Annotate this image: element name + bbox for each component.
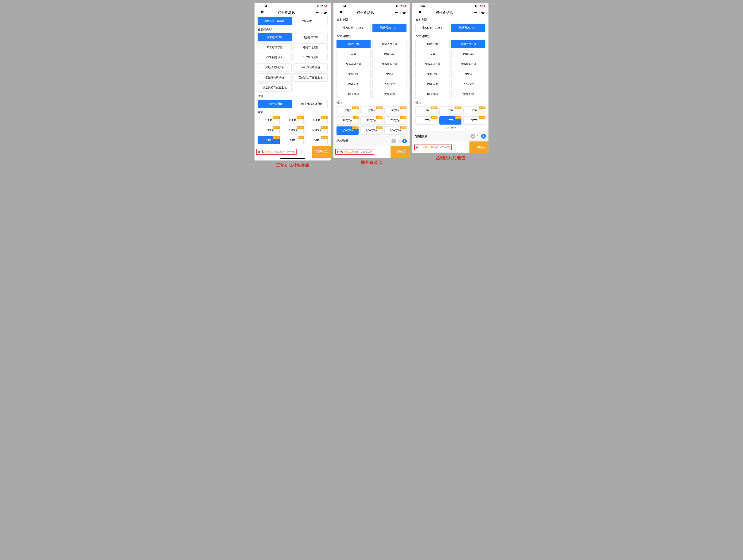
spec-option[interactable]: 2,000万次6.6折 xyxy=(360,127,383,135)
package-option[interactable]: 外网下行流量 xyxy=(294,43,327,51)
spec-option[interactable]: 100GB6.4折 xyxy=(258,126,279,134)
package-option[interactable]: 流量 xyxy=(416,50,449,58)
package-option[interactable]: 盲水印 xyxy=(451,70,485,78)
package-option[interactable]: 内容审核 xyxy=(373,50,406,58)
region-option[interactable]: 中国大陆通用 xyxy=(258,100,292,108)
discount-tag: 7.3折 xyxy=(352,106,358,109)
package-option[interactable]: 内容识别 xyxy=(416,80,449,88)
spec-option[interactable]: 10万次7.3折 xyxy=(337,106,358,115)
qty-minus-button[interactable]: – xyxy=(391,139,396,143)
spec-option[interactable]: 1,000万次6.7折 xyxy=(337,127,358,135)
spec-label: 规格 xyxy=(337,101,406,105)
buy-button[interactable]: 立即购买 xyxy=(312,146,331,158)
package-option[interactable]: 流量 xyxy=(337,50,370,58)
close-miniapp-icon[interactable] xyxy=(323,11,326,14)
spec-option[interactable]: 1TB8.9折 xyxy=(416,106,438,115)
spec-option[interactable]: 200GB6.3折 xyxy=(281,126,304,134)
qty-minus-button[interactable]: – xyxy=(470,134,475,139)
spec-option[interactable]: 50TB8.4折 xyxy=(464,116,485,125)
spec-option[interactable]: 5TB5.9折 xyxy=(305,136,327,144)
package-option[interactable]: 深度归档存储容量包 xyxy=(258,84,292,92)
miniapp-capsule[interactable]: ••• xyxy=(393,10,407,15)
package-option[interactable]: 文件处理 xyxy=(373,90,406,98)
service-option[interactable]: 对象存储（COS） xyxy=(258,17,292,25)
package-option[interactable]: 图片压缩 xyxy=(416,40,449,48)
package-option[interactable]: 图片压缩 xyxy=(337,40,370,48)
spec-option[interactable]: 100万次7折 xyxy=(337,116,358,125)
package-option[interactable]: 文档预览 xyxy=(337,70,370,78)
package-option[interactable]: 基础图片处理 xyxy=(451,40,485,48)
service-option[interactable]: 对象存储（COS） xyxy=(416,24,449,32)
package-option[interactable]: 内容识别 xyxy=(337,80,370,88)
package-option[interactable]: 全球加速流量 xyxy=(294,53,327,61)
miniapp-capsule[interactable]: ••• xyxy=(314,10,328,15)
service-type-label: 服务类型 xyxy=(337,18,406,22)
spec-option[interactable]: 200万次6.9折 xyxy=(360,116,383,125)
package-option[interactable]: 人脸特效 xyxy=(373,80,406,88)
package-option[interactable]: 媒体基础处理 xyxy=(337,60,370,68)
package-option[interactable]: 低频存储请求包 xyxy=(258,74,292,82)
back-icon[interactable]: ‹ xyxy=(336,10,337,15)
package-option[interactable]: 低频存储容量 xyxy=(294,33,327,41)
package-option[interactable]: 基础图片处理 xyxy=(373,40,406,48)
spec-option[interactable]: 20TB8.5折 xyxy=(439,116,462,125)
discount-tag: 8.9折 xyxy=(431,106,438,109)
service-option[interactable]: 数据万象（CI） xyxy=(451,24,485,32)
spec-option[interactable]: 50万次7.1折 xyxy=(385,106,406,115)
package-option[interactable]: 媒体智能处理 xyxy=(451,60,485,68)
package-option[interactable]: 标准存储请求包 xyxy=(294,63,327,72)
package-option[interactable]: 盲水印 xyxy=(373,70,406,78)
spec-option[interactable]: 500万次6.8折 xyxy=(385,116,406,125)
package-option[interactable]: 归档存储容量 xyxy=(258,43,292,51)
spec-option[interactable]: 500GB6.2折 xyxy=(305,126,327,134)
package-option[interactable]: 文件处理 xyxy=(451,90,485,98)
spec-option[interactable]: 1TB6.1折 xyxy=(258,136,279,144)
discount-tag: 8.6折 xyxy=(431,116,438,119)
spec-option[interactable]: 10TB8.6折 xyxy=(416,116,438,125)
package-option[interactable]: 内容审核 xyxy=(451,50,485,58)
spec-option-label: 200万次 xyxy=(366,119,376,122)
service-type-group: 对象存储（COS）数据万象（CI） xyxy=(416,24,485,32)
spec-option[interactable]: 50GB6.5折 xyxy=(305,116,327,124)
package-option[interactable]: 闲时转码 xyxy=(337,90,370,98)
close-miniapp-icon[interactable] xyxy=(402,11,405,14)
package-option[interactable]: CDN回源流量 xyxy=(258,53,292,61)
screenshot-caption: 基础图片处理包 xyxy=(436,155,465,161)
back-icon[interactable]: ‹ xyxy=(415,10,416,15)
miniapp-capsule[interactable]: ••• xyxy=(472,10,486,15)
buy-button[interactable]: 立即购买 xyxy=(391,146,409,158)
package-option[interactable]: 媒体智能处理 xyxy=(373,60,406,68)
package-option[interactable]: 文档预览 xyxy=(416,70,449,78)
region-group: 中国大陆通用中国香港和海外通用 xyxy=(258,100,327,108)
spec-option[interactable]: 2TB6折 xyxy=(281,136,304,144)
spec-option[interactable]: 5,000万次6.5折 xyxy=(385,127,406,135)
close-miniapp-icon[interactable] xyxy=(481,11,484,14)
spec-option[interactable]: 10GB6.7折 xyxy=(258,116,279,124)
package-option[interactable]: 标准存储容量 xyxy=(258,33,292,41)
package-option[interactable]: 智能分层存储容量包 xyxy=(294,74,327,82)
more-icon[interactable]: ••• xyxy=(395,11,398,14)
spec-option[interactable]: 20GB6.6折 xyxy=(281,116,304,124)
region-option[interactable]: 中国香港和海外通用 xyxy=(294,100,327,108)
package-option[interactable]: 媒体基础处理 xyxy=(416,60,449,68)
package-option[interactable]: 人脸特效 xyxy=(451,80,485,88)
spec-option[interactable]: 2TB8.8折 xyxy=(439,106,462,115)
more-icon[interactable]: ••• xyxy=(316,11,319,14)
qty-plus-button[interactable]: + xyxy=(402,139,407,143)
buy-button[interactable]: 立即购买 xyxy=(470,141,488,153)
qty-plus-button[interactable]: + xyxy=(481,134,486,139)
service-option[interactable]: 数据万象（CI） xyxy=(294,17,327,25)
screenshot-caption: 三年1TB对象存储 xyxy=(276,162,309,168)
battery-icon: 18 xyxy=(481,5,485,7)
spec-option[interactable]: 5TB8.7折 xyxy=(464,106,485,115)
spec-option-label: 5TB xyxy=(314,139,319,142)
service-option[interactable]: 数据万象（CI） xyxy=(373,24,406,32)
other-spec-toggle[interactable]: 其它规格 ▾ xyxy=(416,126,485,130)
phone-screen: 16:0318‹购买资源包•••对象存储（COS）数据万象（CI）资源包类型标准… xyxy=(255,3,331,160)
package-option[interactable]: 闲时转码 xyxy=(416,90,449,98)
back-icon[interactable]: ‹ xyxy=(257,10,258,15)
more-icon[interactable]: ••• xyxy=(474,11,477,14)
spec-option[interactable]: 20万次7.2折 xyxy=(360,106,383,115)
service-option[interactable]: 对象存储（COS） xyxy=(337,24,370,32)
package-option[interactable]: 跨地域复制流量 xyxy=(258,63,292,72)
